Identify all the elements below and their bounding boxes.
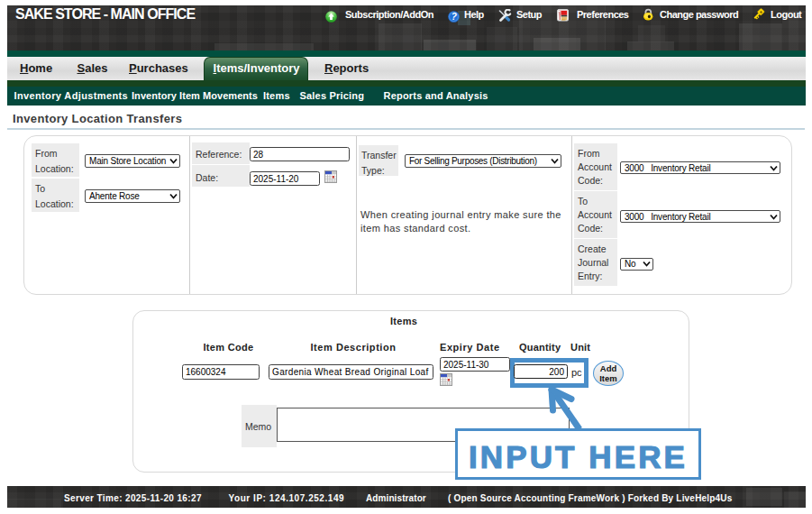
svg-text:?: ? (452, 12, 457, 22)
